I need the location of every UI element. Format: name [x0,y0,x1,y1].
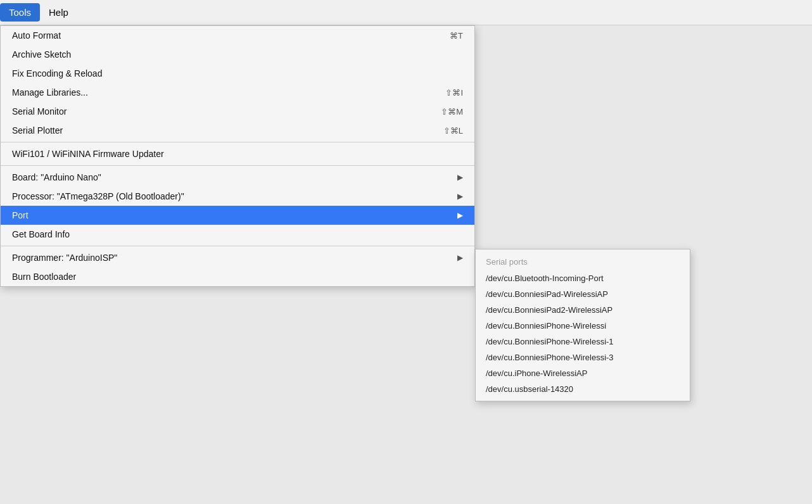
arrow-icon-port: ▶ [457,211,463,220]
arrow-icon-processor: ▶ [457,192,463,201]
port-submenu: Serial ports /dev/cu.Bluetooth-Incoming-… [475,249,690,401]
arrow-icon-board: ▶ [457,173,463,182]
port-item-5[interactable]: /dev/cu.BonniesiPhone-Wirelessi-3 [476,350,690,365]
tools-dropdown: Auto Format ⌘T Archive Sketch Fix Encodi… [0,25,475,287]
port-item-6[interactable]: /dev/cu.iPhone-WirelessiAP [476,365,690,381]
menu-item-serial-plotter[interactable]: Serial Plotter ⇧⌘L [1,121,474,140]
port-item-7[interactable]: /dev/cu.usbserial-14320 [476,381,690,397]
help-menu-item[interactable]: Help [40,3,77,22]
menu-item-port[interactable]: Port ▶ [1,206,474,225]
menu-item-manage-libraries[interactable]: Manage Libraries... ⇧⌘I [1,83,474,102]
serial-ports-header: Serial ports [476,253,690,270]
port-item-0[interactable]: /dev/cu.Bluetooth-Incoming-Port [476,270,690,286]
port-item-3[interactable]: /dev/cu.BonniesiPhone-Wirelessi [476,318,690,334]
port-item-1[interactable]: /dev/cu.BonniesiPad-WirelessiAP [476,286,690,302]
menu-item-auto-format[interactable]: Auto Format ⌘T [1,26,474,45]
menu-item-get-board-info[interactable]: Get Board Info [1,225,474,244]
menu-item-archive-sketch[interactable]: Archive Sketch [1,45,474,64]
arrow-icon-programmer: ▶ [457,253,463,262]
tools-menu-item[interactable]: Tools [0,3,40,22]
port-item-4[interactable]: /dev/cu.BonniesiPhone-Wirelessi-1 [476,334,690,350]
menu-item-programmer[interactable]: Programmer: "ArduinoISP" ▶ [1,248,474,267]
menu-item-board[interactable]: Board: "Arduino Nano" ▶ [1,168,474,187]
port-item-2[interactable]: /dev/cu.BonniesiPad2-WirelessiAP [476,302,690,318]
separator-1 [1,142,474,142]
menubar: Tools Help [0,0,812,25]
menu-item-burn-bootloader[interactable]: Burn Bootloader [1,267,474,286]
separator-2 [1,165,474,166]
menu-item-serial-monitor[interactable]: Serial Monitor ⇧⌘M [1,102,474,121]
separator-3 [1,246,474,246]
menu-item-wifi-updater[interactable]: WiFi101 / WiFiNINA Firmware Updater [1,144,474,163]
menu-item-fix-encoding[interactable]: Fix Encoding & Reload [1,64,474,83]
menu-item-processor[interactable]: Processor: "ATmega328P (Old Bootloader)"… [1,187,474,206]
